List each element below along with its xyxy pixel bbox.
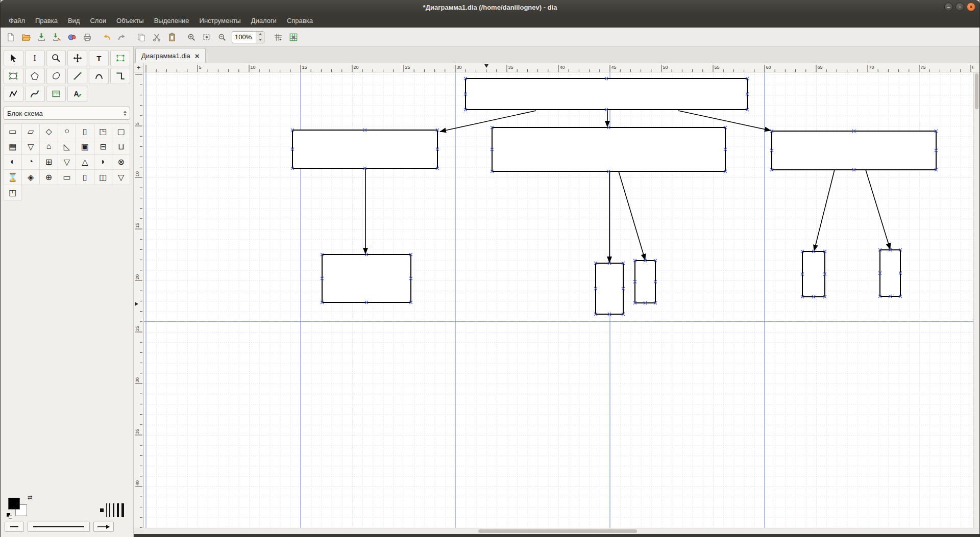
shape-cell-23[interactable]: ⊕ [39,169,58,185]
diagram-box[interactable] [596,263,623,314]
maximize-button[interactable]: ▫ [955,3,964,11]
open-diagram-button[interactable] [19,30,33,44]
h-scrollbar-thumb[interactable] [478,529,637,533]
foreground-color-swatch[interactable] [8,498,20,509]
v-scrollbar-thumb[interactable] [975,73,978,109]
zoom-spin-down[interactable] [256,37,264,43]
minimize-button[interactable]: – [944,3,953,11]
default-colors-icon[interactable] [7,513,12,519]
shape-cell-6[interactable]: ▢ [112,123,130,139]
h-scrollbar[interactable] [144,528,979,534]
tool-arc[interactable] [89,68,109,84]
line-style-selector[interactable] [28,522,90,532]
menu-item-Файл[interactable]: Файл [4,14,30,28]
swap-colors-icon[interactable]: ⇄ [28,494,32,501]
diagram-box[interactable] [635,261,655,303]
tool-text[interactable]: T [89,50,109,66]
snap-to-grid-toggle[interactable] [271,30,285,44]
tool-ellipse[interactable] [4,68,23,84]
menu-item-Объекты[interactable]: Объекты [111,14,149,28]
shape-cell-11[interactable]: ▣ [76,139,94,155]
diagram-box[interactable] [322,254,411,302]
shape-cell-13[interactable]: ⊔ [112,139,130,155]
ruler-origin-button[interactable]: + [134,63,144,72]
print-button[interactable] [80,30,94,44]
tool-image[interactable] [46,86,66,102]
color-selector[interactable]: ⇄ [7,494,35,519]
tool-magnify[interactable] [46,50,66,66]
zoom-fit-button[interactable] [200,30,214,44]
menu-item-Слои[interactable]: Слои [85,14,111,28]
zoom-in-button[interactable] [184,30,199,44]
shape-cell-12[interactable]: ⊟ [94,139,112,155]
shape-cell-2[interactable]: ◇ [39,123,58,139]
tool-outline[interactable]: A [67,86,87,102]
menu-item-Справка[interactable]: Справка [282,14,318,28]
line-width-5[interactable] [121,503,124,517]
v-scrollbar[interactable] [973,72,979,528]
shape-cell-7[interactable]: ▤ [4,139,22,155]
close-button[interactable]: × [967,3,975,11]
zoom-spin-up[interactable] [256,32,264,37]
redo-button[interactable] [115,30,129,44]
menu-item-Инструменты[interactable]: Инструменты [194,14,246,28]
h-ruler[interactable]: 5101520253035404550556065707580 [144,63,973,72]
menu-item-Диалоги[interactable]: Диалоги [246,14,282,28]
diagram-box[interactable] [772,131,936,170]
shape-cell-15[interactable]: ◔ [21,154,40,170]
menu-item-Выделение[interactable]: Выделение [149,14,194,28]
tool-polyline[interactable] [4,86,23,102]
tool-modify[interactable] [4,50,23,66]
tool-box[interactable] [110,50,130,66]
tab-close-icon[interactable]: × [195,52,200,60]
export-button[interactable] [65,30,79,44]
tool-zigzagline[interactable] [110,68,130,84]
shape-cell-24[interactable]: ▭ [58,169,76,185]
diagram-box[interactable] [492,127,725,171]
shape-cell-0[interactable]: ▭ [4,123,22,139]
shape-cell-4[interactable]: ▯ [76,123,94,139]
v-ruler[interactable]: 510152025303540 [134,72,144,528]
shape-cell-21[interactable]: ⌛ [4,169,22,185]
shape-cell-22[interactable]: ◈ [21,169,40,185]
shape-cell-27[interactable]: ▽ [112,169,130,185]
shape-cell-3[interactable]: ○ [58,123,76,139]
line-width-4[interactable] [117,503,119,517]
end-arrow-selector[interactable] [93,522,114,532]
shape-cell-16[interactable]: ⊞ [39,154,58,170]
line-width-1[interactable] [106,503,107,517]
tool-scroll[interactable] [67,50,87,66]
tool-line[interactable] [67,68,87,84]
save-as-button[interactable] [50,30,64,44]
undo-button[interactable] [100,30,114,44]
diagram-canvas-svg[interactable] [144,72,973,528]
zoom-out-button[interactable] [215,30,229,44]
shape-cell-20[interactable]: ⊗ [112,154,130,170]
shape-cell-28[interactable]: ◰ [4,185,22,200]
shape-cell-14[interactable]: ◐ [4,154,22,170]
shape-cell-19[interactable]: ◗ [94,154,112,170]
line-width-selector[interactable] [100,501,124,519]
new-diagram-button[interactable] [4,30,18,44]
diagram-box[interactable] [465,79,747,110]
shape-cell-26[interactable]: ◫ [94,169,112,185]
shape-cell-8[interactable]: ▽ [21,139,40,155]
copy-button[interactable] [134,30,149,44]
zoom-input[interactable] [232,32,256,43]
paste-button[interactable] [165,30,179,44]
save-button[interactable] [34,30,48,44]
diagram-box[interactable] [802,251,825,297]
line-width-3[interactable] [113,503,114,517]
shape-cell-1[interactable]: ▱ [21,123,40,139]
diagram-box[interactable] [292,130,437,168]
tool-text-edit[interactable]: I [25,50,45,66]
tool-bezierline[interactable] [25,86,45,102]
show-grid-toggle[interactable] [286,30,301,44]
menu-item-Вид[interactable]: Вид [63,14,85,28]
shape-cell-18[interactable]: △ [76,154,94,170]
canvas-surface[interactable] [144,72,973,528]
shape-cell-10[interactable]: ◺ [58,139,76,155]
cut-button[interactable] [150,30,164,44]
line-width-2[interactable] [109,503,110,517]
menu-item-Правка[interactable]: Правка [30,14,63,28]
